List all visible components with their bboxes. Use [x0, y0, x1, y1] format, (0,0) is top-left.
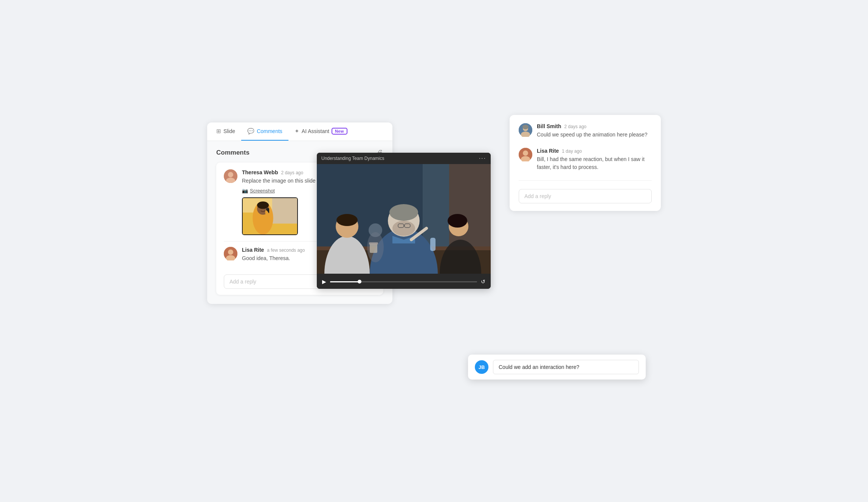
- camera-icon: 📷: [242, 188, 248, 194]
- play-button[interactable]: ▶: [322, 279, 326, 285]
- tab-ai-assistant[interactable]: ✦ AI Assistant New: [288, 122, 353, 141]
- comments-icon: 💬: [247, 128, 254, 135]
- comment-time-lisa-right: 1 day ago: [562, 149, 582, 154]
- avatar-bill: [519, 123, 532, 137]
- svg-point-37: [367, 232, 384, 262]
- slide-icon: ⊞: [216, 128, 221, 135]
- comment-content-bill: Bill Smith 2 days ago Could we speed up …: [537, 123, 652, 142]
- comment-item-lisa-right: Lisa Rite 1 day ago Bill, I had the same…: [519, 148, 652, 174]
- video-controls: ▶ ↺: [317, 274, 491, 289]
- comment-author-theresa: Theresa Webb: [242, 169, 278, 175]
- video-header: Understanding Team Dynamics ···: [317, 153, 491, 164]
- svg-point-12: [228, 249, 233, 255]
- video-title: Understanding Team Dynamics: [321, 156, 384, 161]
- svg-point-31: [448, 214, 467, 228]
- svg-point-8: [257, 201, 269, 209]
- comment-text-bill: Could we speed up the animation here ple…: [537, 131, 652, 139]
- progress-bar[interactable]: [330, 281, 477, 282]
- svg-point-21: [389, 204, 418, 221]
- tab-comments-label: Comments: [257, 128, 282, 134]
- bottom-comment-box: JB: [468, 355, 646, 380]
- avatar-theresa: [224, 169, 237, 183]
- comment-author-lisa: Lisa Rite: [242, 247, 264, 253]
- comment-meta-bill: Bill Smith 2 days ago: [537, 123, 652, 129]
- replay-button[interactable]: ↺: [481, 279, 485, 285]
- video-frame: [317, 164, 491, 274]
- svg-point-43: [523, 150, 528, 156]
- progress-dot: [358, 280, 361, 284]
- svg-rect-5: [272, 198, 297, 223]
- right-panel: Bill Smith 2 days ago Could we speed up …: [510, 115, 661, 211]
- progress-fill: [330, 281, 360, 282]
- svg-rect-34: [430, 238, 436, 251]
- comment-meta-lisa-right: Lisa Rite 1 day ago: [537, 148, 652, 154]
- tab-comments[interactable]: 💬 Comments: [241, 122, 288, 141]
- ai-icon: ✦: [294, 128, 299, 135]
- avatar-lisa: [224, 247, 237, 260]
- comment-author-bill: Bill Smith: [537, 123, 561, 129]
- video-player: Understanding Team Dynamics ···: [317, 153, 491, 289]
- avatar-jb: JB: [475, 360, 488, 374]
- new-badge: New: [332, 128, 347, 135]
- comment-author-lisa-right: Lisa Rite: [537, 148, 559, 154]
- comment-time-lisa: a few seconds ago: [267, 248, 305, 253]
- bottom-comment-input[interactable]: [493, 360, 639, 374]
- avatar-initials: JB: [479, 364, 485, 370]
- screenshot-thumbnail[interactable]: [242, 197, 298, 235]
- video-options-icon[interactable]: ···: [479, 155, 486, 162]
- divider-right: [519, 180, 652, 181]
- comment-text-lisa-right: Bill, I had the same reaction, but when …: [537, 155, 652, 171]
- tab-bar: ⊞ Slide 💬 Comments ✦ AI Assistant New: [207, 122, 392, 141]
- comment-time-theresa: 2 days ago: [281, 170, 303, 175]
- tab-slide-label: Slide: [223, 128, 235, 134]
- svg-point-1: [228, 172, 233, 177]
- avatar-lisa-right: [519, 148, 532, 161]
- section-title: Comments: [216, 149, 250, 156]
- svg-point-28: [336, 214, 358, 226]
- reply-input-right[interactable]: [519, 189, 652, 203]
- comment-content-lisa-right: Lisa Rite 1 day ago Bill, I had the same…: [537, 148, 652, 174]
- screenshot-label: Screenshot: [250, 188, 275, 194]
- tab-slide[interactable]: ⊞ Slide: [210, 122, 241, 141]
- tab-ai-label: AI Assistant: [302, 128, 329, 134]
- svg-point-41: [522, 125, 529, 129]
- comment-time-bill: 2 days ago: [564, 124, 587, 129]
- comment-item-bill: Bill Smith 2 days ago Could we speed up …: [519, 123, 652, 142]
- svg-point-22: [392, 221, 415, 236]
